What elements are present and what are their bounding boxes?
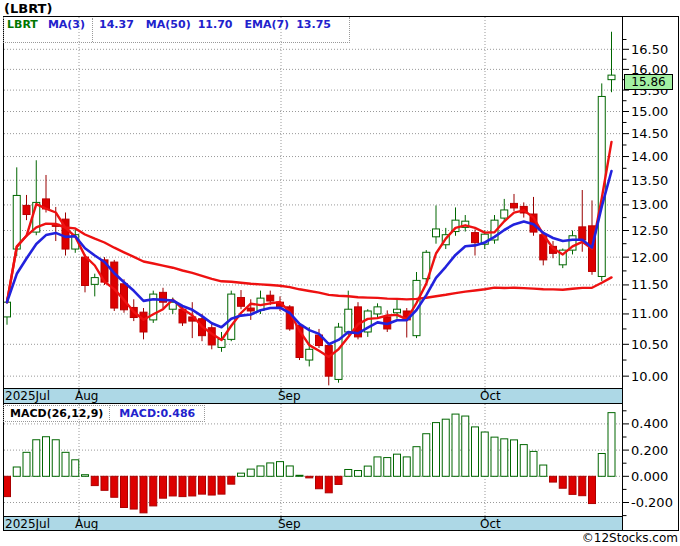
price-axis-label: 14.00 (631, 149, 668, 164)
ema7-label: EMA(7) (244, 18, 289, 31)
price-axis-label: 13.00 (631, 197, 668, 212)
macd-legend: MACD(26,12,9) MACD:0.486 (3, 405, 205, 422)
ma50-label: MA(50) (146, 18, 191, 31)
price-legend: LBRT MA(3) 14.37 MA(50) 11.70 EMA(7) 13.… (3, 17, 350, 43)
chart-canvas[interactable]: 2025JulAugSepOct2025JulAugSepOct16.5016.… (0, 0, 680, 546)
ma3-label: MA(3) (48, 18, 85, 31)
month-label: Sep (278, 517, 301, 531)
month-label: 2025Jul (5, 517, 50, 531)
macd-params-label: MACD(26,12,9) (3, 405, 110, 422)
price-axis-label: 13.50 (631, 173, 668, 188)
price-axis-label: 11.50 (631, 277, 668, 292)
price-axis-label: 12.00 (631, 250, 668, 265)
price-axis-label: 11.00 (631, 306, 668, 321)
price-axis-label: 16.50 (631, 42, 668, 57)
ema7-value: 13.75 (296, 18, 331, 31)
price-axis-label: 14.50 (631, 126, 668, 141)
macd-axis-label: 0.000 (631, 469, 668, 484)
month-label: Aug (75, 517, 98, 531)
macd-value-label: MACD:0.486 (110, 405, 205, 422)
macd-axis-label: 0.400 (631, 416, 668, 431)
macd-axis-label: 0.200 (631, 443, 668, 458)
price-axis-label: 10.50 (631, 337, 668, 352)
stock-chart-page: 2025JulAugSepOct2025JulAugSepOct16.5016.… (0, 0, 680, 546)
last-price-tag: 15.86 (624, 74, 673, 90)
price-axis-label: 10.00 (631, 369, 668, 384)
month-label: Aug (75, 389, 98, 403)
macd-histogram (4, 413, 616, 513)
month-label: Oct (480, 389, 501, 403)
month-label: Sep (278, 389, 301, 403)
page-title: (LBRT) (4, 1, 52, 16)
candles-layer (4, 32, 616, 386)
price-axis-label: 12.50 (631, 223, 668, 238)
price-gridlines (4, 49, 622, 376)
macd-axis-label: -0.200 (631, 495, 673, 510)
macd-axis-labels: 0.4000.2000.000-0.200 (623, 411, 673, 516)
copyright: ©12Stocks.com (582, 531, 678, 545)
legend-divider (92, 18, 93, 42)
macd-gridlines (4, 424, 622, 503)
ma50-value: 11.70 (198, 18, 233, 31)
month-label: Oct (480, 517, 501, 531)
ma3-value: 14.37 (99, 18, 134, 31)
ma50-line (7, 224, 612, 303)
ma3-line (7, 142, 612, 357)
price-axis-labels: 16.5016.0015.5015.0014.5014.0013.5013.00… (623, 39, 669, 383)
price-axis-label: 15.00 (631, 104, 668, 119)
month-label: 2025Jul (5, 389, 50, 403)
symbol-label: LBRT (7, 18, 38, 31)
